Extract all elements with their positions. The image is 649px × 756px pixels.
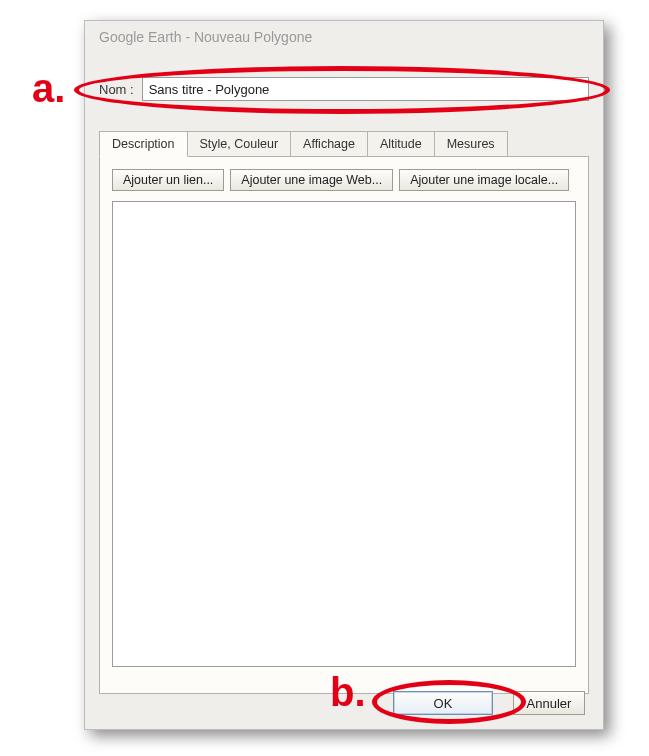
cancel-button[interactable]: Annuler [513, 691, 585, 715]
add-web-image-button[interactable]: Ajouter une image Web... [230, 169, 393, 191]
tabs-container: Description Style, Couleur Affichage Alt… [99, 131, 589, 694]
tab-panel-description: Ajouter un lien... Ajouter une image Web… [99, 156, 589, 694]
annotation-label-a: a. [32, 66, 65, 111]
dialog-window: Google Earth - Nouveau Polygone Nom : De… [84, 20, 604, 730]
ok-button[interactable]: OK [393, 691, 493, 715]
description-button-row: Ajouter un lien... Ajouter une image Web… [112, 169, 576, 191]
name-label: Nom : [99, 82, 134, 97]
tab-measures[interactable]: Mesures [434, 131, 508, 156]
tab-style-color[interactable]: Style, Couleur [187, 131, 292, 156]
name-row: Nom : [85, 55, 603, 109]
window-title: Google Earth - Nouveau Polygone [99, 29, 312, 45]
tab-display[interactable]: Affichage [290, 131, 368, 156]
dialog-footer: OK Annuler [393, 691, 585, 715]
tab-altitude[interactable]: Altitude [367, 131, 435, 156]
add-link-button[interactable]: Ajouter un lien... [112, 169, 224, 191]
description-textarea[interactable] [112, 201, 576, 667]
tab-bar: Description Style, Couleur Affichage Alt… [99, 131, 589, 156]
add-local-image-button[interactable]: Ajouter une image locale... [399, 169, 569, 191]
name-input[interactable] [142, 77, 589, 101]
tab-description[interactable]: Description [99, 131, 188, 157]
title-bar: Google Earth - Nouveau Polygone [85, 21, 603, 55]
